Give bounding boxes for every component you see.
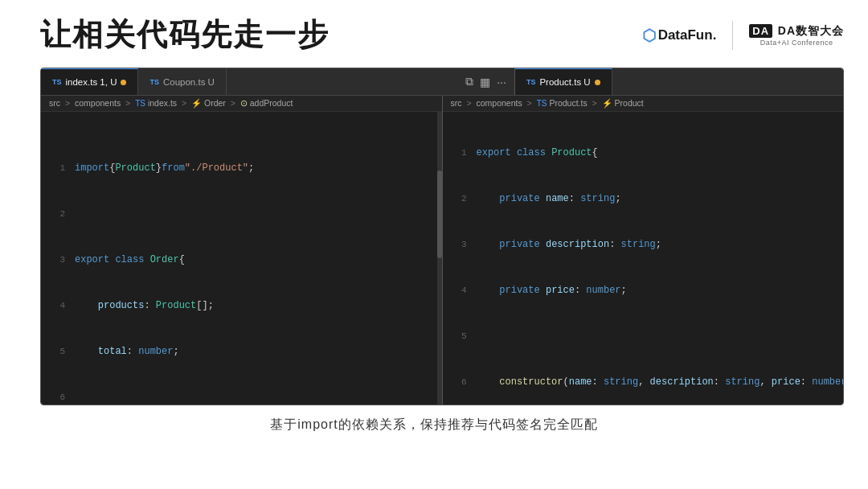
tab-product-label: Product.ts U — [539, 77, 590, 87]
code-line-5: 5 total: number; — [47, 344, 431, 360]
more-icon[interactable]: ··· — [497, 76, 506, 88]
logo-area: ⬡ DataFun. DA DA数智大会 Data+AI Conference — [642, 21, 844, 50]
da-main-text: DA数智大会 — [778, 24, 844, 37]
tab-product-dot — [595, 80, 600, 85]
footer-text: 基于import的依赖关系，保持推荐与代码签名完全匹配 — [0, 412, 868, 437]
tab-coupon-ts[interactable]: TS Coupon.ts U — [138, 68, 226, 95]
scroll-thumb-left — [437, 171, 442, 258]
da-logo: DA DA数智大会 Data+AI Conference — [749, 24, 844, 47]
ts-badge-2: TS — [149, 78, 159, 86]
tab-bar: TS index.ts 1, U TS Coupon.ts U ⧉ ▦ ··· … — [41, 68, 843, 96]
ts-badge-3: TS — [526, 78, 536, 86]
code-content-left: 1import {Product} from "./Product"; 2 3e… — [41, 112, 437, 405]
da-badge: DA — [749, 24, 772, 38]
code-area-left: 1import {Product} from "./Product"; 2 3e… — [41, 112, 442, 405]
tab-coupon-label: Coupon.ts U — [163, 77, 215, 87]
code-line-4: 4 products: Product[]; — [47, 298, 431, 314]
layout-icon[interactable]: ▦ — [480, 76, 490, 88]
code-area-right: 1export class Product { 2 private name: … — [443, 112, 844, 405]
ts-badge: TS — [52, 78, 62, 86]
tab-product-ts[interactable]: TS Product.ts U — [515, 68, 612, 95]
code-content-right: 1export class Product { 2 private name: … — [443, 112, 844, 405]
r-line-5: 5 — [449, 329, 837, 344]
editor-split: src > components > TS index.ts > ⚡ Order… — [41, 96, 843, 405]
r-line-1: 1export class Product { — [449, 146, 837, 161]
split-icon[interactable]: ⧉ — [465, 75, 473, 88]
footer-label: 基于import的依赖关系，保持推荐与代码签名完全匹配 — [270, 417, 597, 431]
r-line-4: 4 private price: number; — [449, 283, 837, 298]
tab-actions-left: ⧉ ▦ ··· — [457, 75, 514, 88]
breadcrumb-right: src > components > TS Product.ts > ⚡ Pro… — [443, 96, 844, 112]
tab-dot — [121, 80, 126, 85]
r-line-3: 3 private description: string; — [449, 237, 837, 253]
tab-index-ts[interactable]: TS index.ts 1, U — [41, 68, 138, 95]
tab-index-label: index.ts 1, U — [66, 77, 117, 87]
da-logo-sub: Data+AI Conference — [760, 39, 833, 47]
editor-pane-right: src > components > TS Product.ts > ⚡ Pro… — [442, 96, 844, 405]
r-line-6: 6 constructor(name: string, description:… — [449, 375, 837, 390]
code-line-2: 2 — [47, 207, 431, 222]
editor-container: TS index.ts 1, U TS Coupon.ts U ⧉ ▦ ··· … — [40, 68, 844, 405]
logo-divider — [732, 21, 733, 50]
slide: 让相关代码先走一步 ⬡ DataFun. DA DA数智大会 Data+AI C… — [0, 0, 868, 489]
da-logo-text: DA DA数智大会 — [749, 24, 844, 39]
slide-title: 让相关代码先走一步 — [40, 14, 330, 55]
r-line-2: 2 private name: string; — [449, 191, 837, 207]
editor-pane-left: src > components > TS index.ts > ⚡ Order… — [41, 96, 442, 405]
datafun-icon: ⬡ — [642, 26, 656, 45]
header: 让相关代码先走一步 ⬡ DataFun. DA DA数智大会 Data+AI C… — [0, 0, 868, 64]
scroll-indicator-left[interactable] — [437, 112, 442, 405]
datafun-logo: ⬡ DataFun. — [642, 26, 717, 45]
breadcrumb-left: src > components > TS index.ts > ⚡ Order… — [41, 96, 442, 112]
code-line-6: 6 — [47, 390, 431, 405]
code-line-1: 1import {Product} from "./Product"; — [47, 161, 431, 176]
code-line-3: 3export class Order { — [47, 253, 431, 268]
datafun-text: DataFun. — [658, 27, 717, 43]
